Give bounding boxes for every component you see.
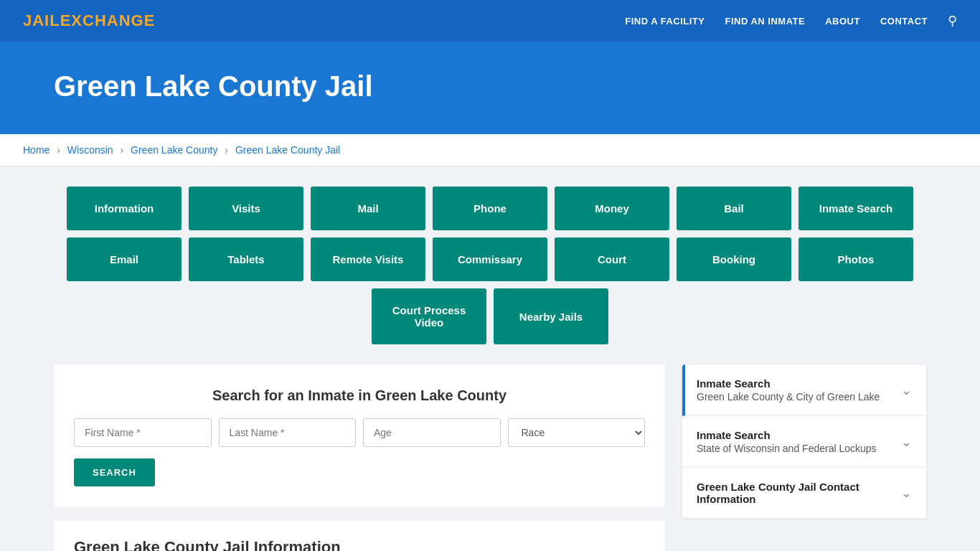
logo-jail: JAIL bbox=[23, 11, 60, 29]
chevron-down-icon-3: ⌄ bbox=[901, 485, 912, 501]
sidebar-item-subtitle-2: State of Wisconsin and Federal Lockups bbox=[697, 443, 894, 454]
sidebar-card: Inmate Search Green Lake County & City o… bbox=[682, 364, 926, 518]
breadcrumb-sep-2: › bbox=[121, 144, 124, 156]
btn-booking[interactable]: Booking bbox=[677, 237, 791, 281]
btn-photos[interactable]: Photos bbox=[798, 237, 913, 281]
race-select[interactable]: Race White Black Hispanic Asian Other bbox=[508, 418, 646, 447]
search-button[interactable]: SEARCH bbox=[74, 458, 155, 486]
btn-tablets[interactable]: Tablets bbox=[189, 237, 303, 281]
age-input[interactable] bbox=[363, 418, 501, 447]
chevron-down-icon-2: ⌄ bbox=[901, 434, 912, 450]
btn-visits[interactable]: Visits bbox=[189, 187, 303, 230]
sidebar-item-contact-info[interactable]: Green Lake County Jail Contact Informati… bbox=[682, 468, 926, 518]
grid-row-3: Court Process Video Nearby Jails bbox=[54, 288, 926, 344]
site-logo[interactable]: JAILEXCHANGE bbox=[23, 11, 155, 30]
grid-row-2: Email Tablets Remote Visits Commissary C… bbox=[54, 237, 926, 281]
btn-information[interactable]: Information bbox=[67, 187, 182, 230]
btn-nearby-jails[interactable]: Nearby Jails bbox=[494, 288, 608, 344]
first-name-input[interactable] bbox=[74, 418, 212, 447]
breadcrumb-sep-3: › bbox=[225, 144, 228, 156]
breadcrumb-wisconsin[interactable]: Wisconsin bbox=[67, 144, 113, 156]
nav-contact[interactable]: CONTACT bbox=[880, 16, 928, 27]
btn-phone[interactable]: Phone bbox=[433, 187, 547, 230]
btn-court[interactable]: Court bbox=[555, 237, 669, 281]
hero-section: Green Lake County Jail bbox=[0, 42, 980, 134]
sidebar-item-title-2: Inmate Search bbox=[697, 429, 894, 441]
sidebar-item-inmate-search-state[interactable]: Inmate Search State of Wisconsin and Fed… bbox=[682, 416, 926, 468]
info-section: Green Lake County Jail Information bbox=[54, 521, 665, 551]
btn-bail[interactable]: Bail bbox=[677, 187, 791, 230]
search-icon[interactable]: ⚲ bbox=[948, 13, 957, 29]
info-title: Green Lake County Jail Information bbox=[74, 538, 645, 551]
btn-court-process-video[interactable]: Court Process Video bbox=[372, 288, 486, 344]
btn-mail[interactable]: Mail bbox=[311, 187, 425, 230]
breadcrumb-county[interactable]: Green Lake County bbox=[131, 144, 217, 156]
search-fields: Race White Black Hispanic Asian Other bbox=[74, 418, 645, 447]
last-name-input[interactable] bbox=[219, 418, 357, 447]
search-title: Search for an Inmate in Green Lake Count… bbox=[74, 387, 645, 404]
nav-links: FIND A FACILITY FIND AN INMATE ABOUT CON… bbox=[625, 13, 957, 29]
grid-row-1: Information Visits Mail Phone Money Bail… bbox=[54, 187, 926, 230]
btn-inmate-search[interactable]: Inmate Search bbox=[798, 187, 913, 230]
sidebar-item-title-1: Inmate Search bbox=[697, 377, 894, 390]
logo-exchange: EXCHANGE bbox=[60, 11, 156, 29]
breadcrumb: Home › Wisconsin › Green Lake County › G… bbox=[0, 134, 980, 166]
btn-remote-visits[interactable]: Remote Visits bbox=[311, 237, 425, 281]
btn-commissary[interactable]: Commissary bbox=[433, 237, 547, 281]
sidebar: Inmate Search Green Lake County & City o… bbox=[682, 364, 926, 518]
nav-find-facility[interactable]: FIND A FACILITY bbox=[625, 16, 705, 27]
chevron-down-icon-1: ⌄ bbox=[901, 382, 912, 398]
breadcrumb-jail[interactable]: Green Lake County Jail bbox=[235, 144, 340, 156]
btn-money[interactable]: Money bbox=[555, 187, 669, 230]
sidebar-item-subtitle-1: Green Lake County & City of Green Lake bbox=[697, 391, 894, 402]
left-column: Search for an Inmate in Green Lake Count… bbox=[54, 364, 665, 551]
navbar: JAILEXCHANGE FIND A FACILITY FIND AN INM… bbox=[0, 0, 980, 42]
sidebar-item-inmate-search-local[interactable]: Inmate Search Green Lake County & City o… bbox=[682, 364, 926, 416]
button-grid: Information Visits Mail Phone Money Bail… bbox=[54, 187, 926, 344]
nav-find-inmate[interactable]: FIND AN INMATE bbox=[725, 16, 805, 27]
main-content: Information Visits Mail Phone Money Bail… bbox=[31, 166, 949, 551]
inmate-search-card: Search for an Inmate in Green Lake Count… bbox=[54, 364, 665, 507]
nav-about[interactable]: ABOUT bbox=[825, 16, 860, 27]
breadcrumb-home[interactable]: Home bbox=[23, 144, 50, 156]
sidebar-item-title-3: Green Lake County Jail Contact Informati… bbox=[697, 481, 894, 505]
btn-email[interactable]: Email bbox=[67, 237, 182, 281]
page-title: Green Lake County Jail bbox=[54, 70, 926, 103]
content-sidebar-wrapper: Search for an Inmate in Green Lake Count… bbox=[54, 364, 926, 551]
breadcrumb-sep-1: › bbox=[57, 144, 60, 156]
